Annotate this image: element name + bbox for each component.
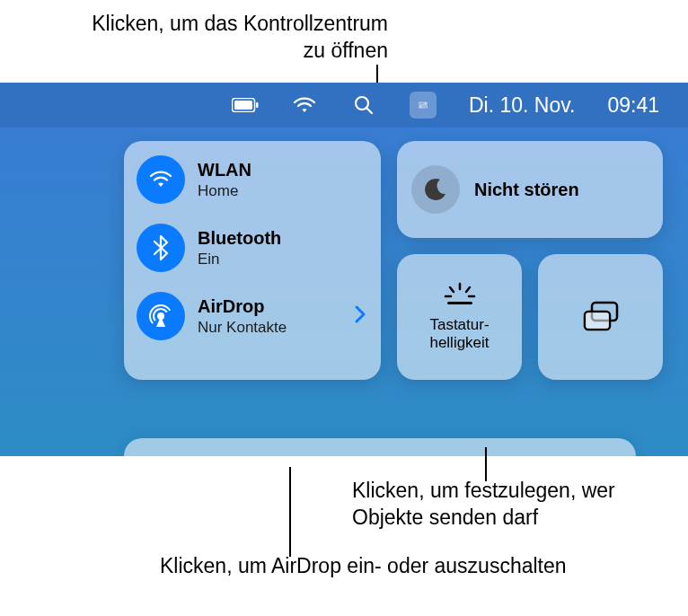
airdrop-title: AirDrop — [198, 296, 287, 317]
callout-line — [289, 467, 291, 557]
chevron-right-icon[interactable] — [354, 304, 366, 328]
menubar-date[interactable]: Di. 10. Nov. — [469, 93, 575, 118]
wifi-icon[interactable] — [291, 92, 318, 119]
wifi-text: WLAN Home — [198, 160, 251, 200]
airdrop-text: AirDrop Nur Kontakte — [198, 296, 287, 337]
control-center-panel: WLAN Home Bluetooth Ein AirDrop — [124, 141, 663, 380]
svg-rect-1 — [234, 101, 252, 110]
battery-icon[interactable] — [232, 92, 259, 119]
svg-rect-7 — [419, 106, 428, 108]
wifi-toggle-icon[interactable] — [137, 155, 185, 204]
control-center-icon[interactable] — [410, 92, 437, 119]
small-tiles-row: Tastatur-helligkeit — [397, 254, 663, 380]
svg-rect-2 — [256, 102, 259, 108]
screen-mirroring-icon — [581, 301, 621, 333]
svg-line-14 — [466, 287, 470, 292]
search-icon[interactable] — [350, 92, 377, 119]
menubar-time[interactable]: 09:41 — [607, 93, 659, 118]
screen-mirroring-tile[interactable] — [538, 254, 663, 380]
keyboard-brightness-tile[interactable]: Tastatur-helligkeit — [397, 254, 522, 380]
callout-line — [485, 447, 487, 481]
keyboard-brightness-label: Tastatur-helligkeit — [408, 316, 511, 353]
menubar: Di. 10. Nov. 09:41 — [0, 83, 688, 128]
moon-icon — [411, 165, 460, 214]
svg-point-8 — [420, 106, 422, 108]
callout-airdrop-options: Klicken, um festzulegen, wer Objekte sen… — [352, 478, 688, 532]
airdrop-toggle-icon[interactable] — [137, 292, 185, 340]
connectivity-module: WLAN Home Bluetooth Ein AirDrop — [124, 141, 381, 380]
airdrop-subtitle: Nur Kontakte — [198, 319, 287, 337]
dnd-label: Nicht stören — [474, 179, 579, 200]
airdrop-row[interactable]: AirDrop Nur Kontakte — [137, 292, 368, 340]
bluetooth-row[interactable]: Bluetooth Ein — [137, 224, 368, 272]
wifi-subtitle: Home — [198, 182, 251, 200]
svg-rect-17 — [447, 302, 472, 304]
bluetooth-subtitle: Ein — [198, 251, 281, 268]
svg-point-6 — [425, 102, 427, 104]
right-modules: Nicht stören Tastatur-helligkeit — [397, 141, 663, 380]
screenshot-region: Di. 10. Nov. 09:41 WLAN Home Bluetooth — [0, 83, 688, 456]
bluetooth-title: Bluetooth — [198, 228, 281, 249]
callout-control-center: Klicken, um das Kontrollzentrum zu öffne… — [65, 11, 388, 65]
wifi-title: WLAN — [198, 160, 251, 180]
partial-module-below — [124, 438, 636, 456]
do-not-disturb-tile[interactable]: Nicht stören — [397, 141, 663, 238]
svg-line-13 — [450, 287, 454, 292]
keyboard-brightness-icon — [442, 282, 478, 309]
svg-rect-5 — [419, 102, 428, 104]
svg-line-4 — [366, 109, 372, 114]
bluetooth-text: Bluetooth Ein — [198, 228, 281, 268]
svg-rect-20 — [586, 312, 609, 329]
callout-airdrop-toggle: Klicken, um AirDrop ein- oder auszuschal… — [160, 553, 567, 580]
bluetooth-toggle-icon[interactable] — [137, 224, 185, 272]
wifi-row[interactable]: WLAN Home — [137, 155, 368, 204]
